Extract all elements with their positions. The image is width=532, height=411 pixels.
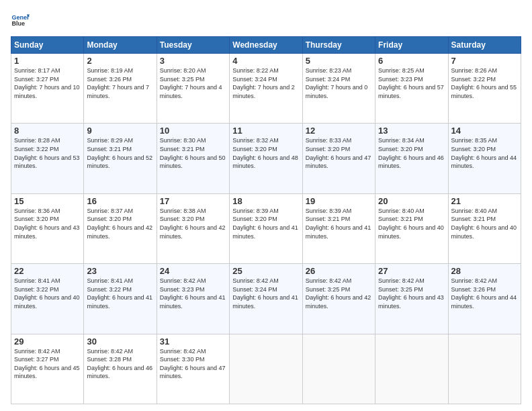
day-info: Sunrise: 8:37 AMSunset: 3:20 PMDaylight:… — [87, 208, 152, 240]
day-info: Sunrise: 8:42 AMSunset: 3:27 PMDaylight:… — [14, 348, 80, 380]
calendar-cell: 27Sunrise: 8:42 AMSunset: 3:25 PMDayligh… — [375, 264, 448, 334]
calendar-cell: 23Sunrise: 8:41 AMSunset: 3:22 PMDayligh… — [84, 264, 157, 334]
day-number: 11 — [232, 126, 299, 136]
day-number: 6 — [378, 56, 445, 66]
weekday-header-wednesday: Wednesday — [230, 37, 302, 54]
day-info: Sunrise: 8:42 AMSunset: 3:28 PMDaylight:… — [87, 348, 152, 380]
day-info: Sunrise: 8:38 AMSunset: 3:20 PMDaylight:… — [160, 208, 226, 240]
day-info: Sunrise: 8:36 AMSunset: 3:20 PMDaylight:… — [14, 208, 80, 240]
day-number: 30 — [87, 336, 153, 347]
day-info: Sunrise: 8:41 AMSunset: 3:22 PMDaylight:… — [87, 277, 152, 310]
weekday-header-sunday: Sunday — [11, 37, 84, 54]
weekday-header-monday: Monday — [84, 37, 157, 54]
svg-text:Blue: Blue — [11, 20, 25, 27]
day-info: Sunrise: 8:42 AMSunset: 3:25 PMDaylight:… — [306, 277, 371, 310]
day-number: 28 — [451, 266, 518, 276]
weekday-header-thursday: Thursday — [302, 37, 375, 54]
logo: General Blue — [11, 11, 30, 30]
day-number: 24 — [160, 266, 226, 276]
day-number: 12 — [306, 126, 372, 136]
calendar-cell: 30Sunrise: 8:42 AMSunset: 3:28 PMDayligh… — [84, 334, 157, 404]
calendar-cell: 17Sunrise: 8:38 AMSunset: 3:20 PMDayligh… — [157, 193, 229, 263]
day-number: 1 — [14, 56, 81, 66]
day-number: 8 — [14, 126, 81, 136]
day-info: Sunrise: 8:42 AMSunset: 3:26 PMDaylight:… — [451, 277, 517, 310]
calendar-cell: 16Sunrise: 8:37 AMSunset: 3:20 PMDayligh… — [84, 193, 157, 263]
calendar-cell: 5Sunrise: 8:23 AMSunset: 3:24 PMDaylight… — [302, 54, 375, 124]
day-info: Sunrise: 8:42 AMSunset: 3:23 PMDaylight:… — [160, 277, 226, 310]
day-number: 15 — [14, 196, 81, 206]
calendar-cell — [448, 334, 521, 404]
day-info: Sunrise: 8:42 AMSunset: 3:24 PMDaylight:… — [232, 277, 298, 310]
day-number: 29 — [14, 336, 81, 347]
calendar-cell — [230, 334, 302, 404]
weekday-header-friday: Friday — [375, 37, 448, 54]
day-info: Sunrise: 8:30 AMSunset: 3:21 PMDaylight:… — [160, 137, 226, 169]
calendar-cell — [302, 334, 375, 404]
day-info: Sunrise: 8:39 AMSunset: 3:20 PMDaylight:… — [232, 208, 298, 240]
calendar-cell: 9Sunrise: 8:29 AMSunset: 3:21 PMDaylight… — [84, 124, 157, 193]
calendar-cell: 20Sunrise: 8:40 AMSunset: 3:21 PMDayligh… — [375, 193, 448, 263]
day-number: 9 — [87, 126, 153, 136]
calendar-cell: 24Sunrise: 8:42 AMSunset: 3:23 PMDayligh… — [157, 264, 229, 334]
calendar-cell: 18Sunrise: 8:39 AMSunset: 3:20 PMDayligh… — [230, 193, 302, 263]
day-info: Sunrise: 8:42 AMSunset: 3:25 PMDaylight:… — [378, 277, 444, 310]
calendar-table: SundayMondayTuesdayWednesdayThursdayFrid… — [11, 36, 521, 404]
day-info: Sunrise: 8:19 AMSunset: 3:26 PMDaylight:… — [87, 67, 149, 99]
calendar-cell: 21Sunrise: 8:40 AMSunset: 3:21 PMDayligh… — [448, 193, 521, 263]
svg-text:General: General — [11, 14, 30, 21]
day-number: 23 — [87, 266, 153, 276]
day-number: 13 — [378, 126, 445, 136]
day-number: 5 — [306, 56, 372, 66]
weekday-header-saturday: Saturday — [448, 37, 521, 54]
calendar-cell: 8Sunrise: 8:28 AMSunset: 3:22 PMDaylight… — [11, 124, 84, 193]
calendar-cell: 13Sunrise: 8:34 AMSunset: 3:20 PMDayligh… — [375, 124, 448, 193]
day-info: Sunrise: 8:42 AMSunset: 3:30 PMDaylight:… — [160, 348, 226, 380]
calendar-cell: 31Sunrise: 8:42 AMSunset: 3:30 PMDayligh… — [157, 334, 229, 404]
day-info: Sunrise: 8:22 AMSunset: 3:24 PMDaylight:… — [232, 67, 295, 99]
day-number: 22 — [14, 266, 81, 276]
calendar-cell: 3Sunrise: 8:20 AMSunset: 3:25 PMDaylight… — [157, 54, 229, 124]
calendar-cell: 29Sunrise: 8:42 AMSunset: 3:27 PMDayligh… — [11, 334, 84, 404]
header: General Blue — [11, 11, 521, 30]
calendar-cell: 22Sunrise: 8:41 AMSunset: 3:22 PMDayligh… — [11, 264, 84, 334]
calendar-cell: 28Sunrise: 8:42 AMSunset: 3:26 PMDayligh… — [448, 264, 521, 334]
day-number: 25 — [232, 266, 299, 276]
day-info: Sunrise: 8:29 AMSunset: 3:21 PMDaylight:… — [87, 137, 152, 169]
day-number: 20 — [378, 196, 445, 206]
calendar-cell: 6Sunrise: 8:25 AMSunset: 3:23 PMDaylight… — [375, 54, 448, 124]
day-number: 10 — [160, 126, 226, 136]
day-number: 19 — [306, 196, 372, 206]
calendar-cell: 14Sunrise: 8:35 AMSunset: 3:20 PMDayligh… — [448, 124, 521, 193]
calendar-cell: 11Sunrise: 8:32 AMSunset: 3:20 PMDayligh… — [230, 124, 302, 193]
weekday-header-tuesday: Tuesday — [157, 37, 229, 54]
day-number: 4 — [232, 56, 299, 66]
day-info: Sunrise: 8:32 AMSunset: 3:20 PMDaylight:… — [232, 137, 298, 169]
day-info: Sunrise: 8:20 AMSunset: 3:25 PMDaylight:… — [160, 67, 222, 99]
calendar-cell — [375, 334, 448, 404]
calendar-cell: 12Sunrise: 8:33 AMSunset: 3:20 PMDayligh… — [302, 124, 375, 193]
calendar-cell: 7Sunrise: 8:26 AMSunset: 3:22 PMDaylight… — [448, 54, 521, 124]
day-info: Sunrise: 8:17 AMSunset: 3:27 PMDaylight:… — [14, 67, 80, 99]
day-info: Sunrise: 8:23 AMSunset: 3:24 PMDaylight:… — [306, 67, 368, 99]
day-number: 21 — [451, 196, 518, 206]
day-info: Sunrise: 8:34 AMSunset: 3:20 PMDaylight:… — [378, 137, 444, 169]
day-number: 16 — [87, 196, 153, 206]
calendar-cell: 15Sunrise: 8:36 AMSunset: 3:20 PMDayligh… — [11, 193, 84, 263]
calendar-cell: 10Sunrise: 8:30 AMSunset: 3:21 PMDayligh… — [157, 124, 229, 193]
day-number: 27 — [378, 266, 445, 276]
day-number: 7 — [451, 56, 518, 66]
calendar-cell: 25Sunrise: 8:42 AMSunset: 3:24 PMDayligh… — [230, 264, 302, 334]
day-info: Sunrise: 8:35 AMSunset: 3:20 PMDaylight:… — [451, 137, 517, 169]
day-info: Sunrise: 8:33 AMSunset: 3:20 PMDaylight:… — [306, 137, 371, 169]
day-info: Sunrise: 8:28 AMSunset: 3:22 PMDaylight:… — [14, 137, 80, 169]
logo-icon: General Blue — [11, 11, 30, 30]
day-number: 18 — [232, 196, 299, 206]
day-number: 26 — [306, 266, 372, 276]
day-info: Sunrise: 8:39 AMSunset: 3:21 PMDaylight:… — [306, 208, 371, 240]
day-number: 14 — [451, 126, 518, 136]
day-number: 31 — [160, 336, 226, 347]
calendar-cell: 2Sunrise: 8:19 AMSunset: 3:26 PMDaylight… — [84, 54, 157, 124]
calendar-cell: 1Sunrise: 8:17 AMSunset: 3:27 PMDaylight… — [11, 54, 84, 124]
day-info: Sunrise: 8:41 AMSunset: 3:22 PMDaylight:… — [14, 277, 80, 310]
